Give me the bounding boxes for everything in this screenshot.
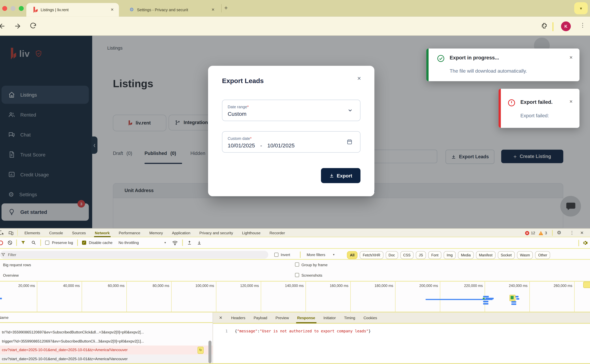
chip-doc[interactable]: Doc: [385, 251, 398, 259]
chip-js[interactable]: JS: [416, 251, 426, 259]
overview-label[interactable]: Overview: [3, 273, 19, 277]
search-icon[interactable]: [31, 240, 36, 245]
date-start[interactable]: 10/01/2025: [228, 143, 255, 149]
detail-tab-timing[interactable]: Timing: [340, 312, 359, 323]
chip-socket[interactable]: Socket: [498, 251, 515, 259]
devtools-tab-network[interactable]: Network: [90, 228, 114, 237]
browser-menu-kebab-icon[interactable]: ⋮: [580, 22, 586, 29]
import-har-icon[interactable]: [187, 240, 192, 245]
network-overview-timeline[interactable]: 20,000 ms 40,000 ms 60,000 ms 80,000 ms …: [0, 281, 590, 312]
chip-css[interactable]: CSS: [400, 251, 414, 259]
network-settings-gear-icon[interactable]: [583, 240, 588, 246]
timeline-label: 100,000 ms: [186, 284, 214, 288]
requests-name-header[interactable]: Name: [0, 312, 213, 323]
modal-close-icon[interactable]: ✕: [357, 76, 361, 81]
requests-scrollbar[interactable]: [208, 341, 212, 363]
devtools-tab-privacy[interactable]: Privacy and security: [195, 228, 238, 237]
back-icon[interactable]: [0, 22, 6, 30]
required-asterisk: *: [247, 104, 249, 109]
screenshots-checkbox[interactable]: [295, 273, 299, 277]
devtools-tab-console[interactable]: Console: [45, 228, 68, 237]
avatar[interactable]: K: [561, 21, 571, 31]
tab-close-icon[interactable]: ✕: [212, 7, 215, 12]
gridline: [574, 282, 575, 312]
tab-search-button[interactable]: ▾: [574, 2, 588, 14]
replay-request-icon[interactable]: ↻: [198, 347, 204, 354]
devtools-tab-sources[interactable]: Sources: [67, 228, 90, 237]
preserve-log-checkbox[interactable]: [45, 240, 49, 245]
date-end[interactable]: 10/01/2025: [267, 143, 295, 149]
reload-icon[interactable]: [29, 22, 37, 30]
chip-font[interactable]: Font: [428, 251, 441, 259]
code-token: }: [368, 329, 371, 333]
forward-icon[interactable]: [13, 22, 21, 30]
devtools-tab-recorder[interactable]: Recorder: [265, 228, 290, 237]
timeline-label: 140,000 ms: [276, 284, 304, 288]
toast-close-icon[interactable]: ✕: [569, 99, 573, 104]
extensions-puzzle-icon[interactable]: [541, 22, 548, 29]
chip-media[interactable]: Media: [458, 251, 474, 259]
filter-input[interactable]: Filter: [0, 251, 268, 259]
detail-tab-response[interactable]: Response: [293, 312, 319, 323]
timeline-label: 180,000 ms: [365, 284, 393, 288]
devtools-tab-lighthouse[interactable]: Lighthouse: [238, 228, 265, 237]
tab-divider: [221, 4, 222, 13]
group-by-frame-checkbox[interactable]: [295, 262, 299, 266]
detail-tab-headers[interactable]: Headers: [227, 312, 249, 323]
invert-checkbox[interactable]: [274, 253, 278, 257]
response-code[interactable]: {"message":"User is not authorized to ex…: [235, 329, 371, 333]
browser-tab-settings[interactable]: ⚙ Settings - Privacy and securit ✕: [124, 3, 219, 17]
chip-fetch-xhr[interactable]: Fetch/XHR: [360, 251, 383, 259]
request-row[interactable]: tr/?id=355990865120697&ev=SubscribedButt…: [0, 328, 213, 337]
request-row-failed-selected[interactable]: csv?start_date=2025-10-01&end_date=2025-…: [0, 345, 213, 354]
detail-tab-cookies[interactable]: Cookies: [359, 312, 381, 323]
chip-other[interactable]: Other: [535, 251, 550, 259]
devtools-menu-kebab-icon[interactable]: ⋮: [570, 230, 574, 235]
chip-img[interactable]: Img: [444, 251, 456, 259]
detail-tab-payload[interactable]: Payload: [250, 312, 271, 323]
traffic-light-minimize[interactable]: [11, 6, 15, 11]
detail-close-icon[interactable]: ✕: [219, 315, 222, 320]
traffic-light-zoom[interactable]: [19, 6, 24, 11]
new-tab-button[interactable]: +: [224, 4, 228, 11]
devtools-settings-gear-icon[interactable]: ⚙: [557, 230, 561, 235]
request-type-chips: All Fetch/XHR Doc CSS JS Font Img Media …: [347, 251, 550, 259]
date-range-select[interactable]: Date range* Custom: [222, 100, 360, 121]
big-request-rows-label[interactable]: Big request rows: [3, 263, 31, 267]
detail-tab-initiator[interactable]: Initiator: [319, 312, 340, 323]
request-row-partial[interactable]: [0, 324, 213, 328]
request-mark: [485, 298, 494, 299]
throttling-caret-icon[interactable]: ▾: [164, 241, 166, 244]
browser-toolbar: trustliv-dev.machobear.ca/app/listings ☆…: [0, 17, 590, 36]
inspect-icon[interactable]: [0, 230, 4, 236]
tab-close-icon[interactable]: ✕: [111, 7, 114, 12]
devtools-tab-application[interactable]: Application: [167, 228, 195, 237]
disable-cache-checkbox[interactable]: ✓: [82, 240, 86, 245]
devtools-close-icon[interactable]: ✕: [580, 230, 584, 235]
calendar-icon[interactable]: [347, 139, 353, 145]
chip-all[interactable]: All: [347, 251, 358, 259]
chip-wasm[interactable]: Wasm: [517, 251, 533, 259]
more-filters-button[interactable]: More filters: [307, 253, 325, 257]
devtools-tab-elements[interactable]: Elements: [20, 228, 45, 237]
record-icon[interactable]: [0, 240, 3, 245]
toast-close-icon[interactable]: ✕: [569, 55, 573, 60]
modal-export-button[interactable]: Export: [321, 168, 360, 183]
throttling-select[interactable]: No throttling: [119, 240, 139, 245]
request-row-failed[interactable]: csv?start_date=2025-10-01&end_date=2025-…: [0, 354, 213, 363]
gridline: [37, 282, 37, 312]
devtools-tab-memory[interactable]: Memory: [145, 228, 167, 237]
detail-tab-preview[interactable]: Preview: [271, 312, 293, 323]
traffic-light-close[interactable]: [2, 6, 7, 11]
export-har-icon[interactable]: [197, 240, 202, 245]
clear-icon[interactable]: [7, 240, 13, 245]
filter-funnel-icon[interactable]: [21, 240, 26, 245]
custom-date-field[interactable]: Custom date* 10/01/2025 - 10/01/2025: [222, 131, 360, 153]
chip-manifest[interactable]: Manifest: [476, 251, 496, 259]
console-counters[interactable]: 12 3: [525, 229, 547, 237]
browser-tab-listings[interactable]: Listings | liv.rent ✕: [26, 3, 119, 17]
device-toolbar-icon[interactable]: [8, 230, 14, 236]
devtools-tab-performance[interactable]: Performance: [114, 228, 145, 237]
request-row[interactable]: trigger/?id=355990865120697&ev=Subscribe…: [0, 337, 213, 345]
network-conditions-wifi-icon[interactable]: [172, 240, 178, 245]
